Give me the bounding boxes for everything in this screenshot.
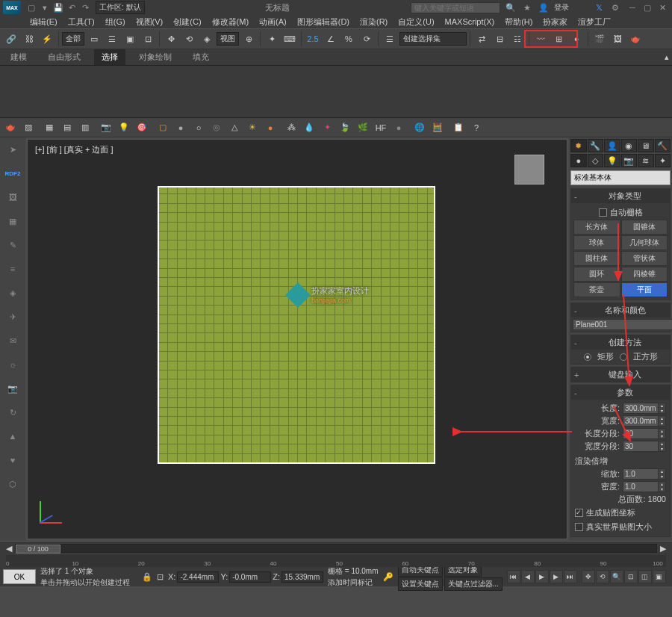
maximize-icon[interactable]: ▢ [641,2,654,13]
menu-render[interactable]: 渲染(R) [360,16,388,28]
open-icon[interactable]: ▾ [39,1,51,13]
obj-box[interactable]: 长方体 [573,220,620,235]
grass-icon[interactable]: 🌿 [355,120,370,135]
lt-heart-icon[interactable]: ♥ [4,451,22,469]
lt-gem-icon[interactable]: ◈ [4,284,22,302]
leaf-icon[interactable]: 🍃 [337,120,352,135]
obj-geosphere[interactable]: 几何球体 [621,235,668,250]
density-down-icon[interactable]: ▾ [658,487,665,492]
spinner-snap-icon[interactable]: ⟳ [358,31,375,47]
wsegs-down-icon[interactable]: ▾ [658,447,665,452]
teapot-icon[interactable]: 🫖 [3,120,18,135]
grid3-icon[interactable]: ▥ [78,120,93,135]
modify-tab-icon[interactable]: 🔧 [588,139,604,152]
rotate-icon[interactable]: ⟲ [181,31,197,47]
lt-arrow-icon[interactable]: ➤ [4,140,22,158]
ext-icon[interactable]: 𝕏 [593,1,605,13]
sphere-icon[interactable]: ● [173,120,188,135]
orbit-icon[interactable]: ⟲ [596,570,609,583]
primitive-dropdown[interactable]: 标准基本体 [570,170,671,185]
realworld-checkbox[interactable] [575,523,583,531]
lt-rdf-label[interactable]: RDF2 [4,164,22,182]
key-icon[interactable]: 🔑 [383,572,393,582]
cylinder-icon[interactable]: ○ [191,120,206,135]
square-radio[interactable] [620,353,627,361]
obj-torus[interactable]: 圆环 [573,267,620,282]
fov-icon[interactable]: ◫ [638,570,652,583]
new-icon[interactable]: ▢ [25,1,37,13]
menu-tools[interactable]: 工具(T) [68,16,95,28]
y-input[interactable] [229,571,271,583]
menu-banjiajia[interactable]: 扮家家 [543,16,567,28]
login-link[interactable]: 登录 [554,2,569,13]
tab-freeform[interactable]: 自由形式 [40,49,88,65]
lsegs-down-icon[interactable]: ▾ [658,434,665,439]
selection-filter-dropdown[interactable]: 全部 [62,32,84,46]
menu-modifiers[interactable]: 修改器(M) [212,16,249,28]
render-icon[interactable]: 🫖 [627,31,644,47]
lt-image-icon[interactable]: 🖼 [4,188,22,206]
timeslider-next-icon[interactable]: ▶ [660,544,666,554]
length-input[interactable] [623,403,658,413]
named-sel-dropdown[interactable]: 创建选择集 [399,32,467,46]
density-input[interactable] [623,482,658,492]
create-tab-icon[interactable]: ✹ [570,139,587,152]
x-input[interactable] [177,571,219,583]
object-type-header[interactable]: -对象类型 [571,189,670,203]
globe-icon[interactable]: 🌐 [412,120,427,135]
help-icon[interactable]: ? [469,120,484,135]
undo-icon[interactable]: ↶ [66,1,78,13]
menu-animation[interactable]: 动画(A) [259,16,287,28]
autogrid-checkbox[interactable] [599,208,607,217]
snap-icon[interactable]: 2.5 [305,31,321,47]
align-icon[interactable]: ⊟ [491,31,508,47]
hierarchy-tab-icon[interactable]: 👤 [604,139,620,152]
grid2-icon[interactable]: ▤ [60,120,75,135]
menu-group[interactable]: 组(G) [105,16,125,28]
lt-mail-icon[interactable]: ✉ [4,332,22,350]
script-listener[interactable]: OK [3,569,36,584]
sun-icon[interactable]: ☀ [245,120,260,135]
obj-pyramid[interactable]: 四棱锥 [621,267,668,282]
shapes-subtab-icon[interactable]: ◇ [588,154,604,167]
width-input[interactable] [623,416,658,426]
lt-brightness-icon[interactable]: ☼ [4,356,22,373]
close-icon[interactable]: ✕ [656,2,669,13]
cone-icon[interactable]: △ [227,120,242,135]
geometry-subtab-icon[interactable]: ● [570,154,587,167]
workspace-dropdown[interactable]: 工作区: 默认 [96,1,145,14]
render-setup-icon[interactable]: 🎬 [591,31,608,47]
link-icon[interactable]: 🔗 [3,31,19,47]
named-sel-icon[interactable]: ☰ [382,31,398,47]
menu-create[interactable]: 创建(C) [173,16,201,28]
timeslider-prev-icon[interactable]: ◀ [6,544,12,554]
search-input[interactable] [411,2,500,13]
target-icon[interactable]: 🎯 [134,120,149,135]
calc-icon[interactable]: 🧮 [430,120,445,135]
time-slider[interactable]: ◀ 0 / 100 ▶ [0,542,672,555]
lsegs-input[interactable] [623,429,658,438]
time-tag-label[interactable]: 添加时间标记 [328,577,379,588]
tab-modeling[interactable]: 建模 [3,49,34,65]
viewport-label[interactable]: [+] [前 ] [真实 + 边面 ] [35,144,113,155]
torus-icon[interactable]: ◎ [209,120,224,135]
drop-icon[interactable]: 💧 [302,120,317,135]
obj-cone[interactable]: 圆锥体 [621,220,668,235]
lights-subtab-icon[interactable]: 💡 [604,154,620,167]
menu-edit[interactable]: 编辑(E) [30,16,57,28]
unlink-icon[interactable]: ⛓ [21,31,37,47]
lt-edit-icon[interactable]: ✎ [4,236,22,254]
percent-snap-icon[interactable]: % [340,31,357,47]
layers-icon[interactable]: ☷ [509,31,526,47]
obj-tube[interactable]: 管状体 [621,251,668,266]
maximize-vp-icon[interactable]: ▣ [653,570,666,583]
ribbon-collapse-icon[interactable]: ▴ [665,52,669,62]
material-icon[interactable]: ● [568,31,585,47]
goto-start-icon[interactable]: ⏮ [507,570,520,583]
redo-icon[interactable]: ↷ [79,1,91,13]
hf-icon[interactable]: HF [373,120,388,135]
rect-radio[interactable] [584,353,591,361]
light-icon[interactable]: 💡 [116,120,131,135]
object-name-input[interactable] [573,319,672,330]
box-icon[interactable]: ▢ [155,120,170,135]
